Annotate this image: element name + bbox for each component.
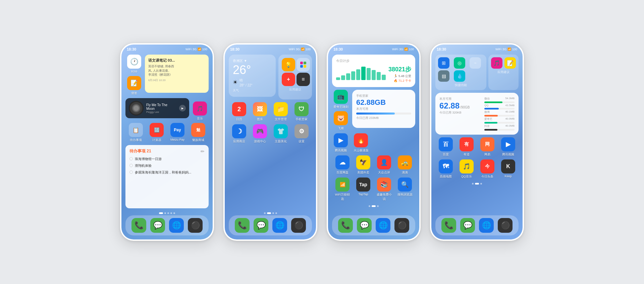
- app-clock[interactable]: 🕐 时钟: [125, 55, 143, 74]
- quick-functions-widget[interactable]: ⊞ ◎ − ▤ 💧 快捷功能: [435, 55, 486, 90]
- dock-msg-3[interactable]: 💬: [357, 218, 372, 233]
- dock-browser-1[interactable]: 🌐: [169, 218, 184, 233]
- app-baidupan[interactable]: ☁ 百度网盘: [334, 155, 351, 175]
- app-themes[interactable]: 👕 主题美化: [272, 124, 289, 144]
- app-novel[interactable]: 📚 盛趣免费小说: [375, 178, 393, 201]
- dock-camera-1[interactable]: ⚫: [188, 218, 203, 233]
- qf-5[interactable]: 💧: [454, 70, 465, 82]
- todo-item-2: 滑翔机体验: [129, 163, 205, 168]
- app-wangyi[interactable]: 网 网易: [479, 137, 496, 157]
- status-icons-1: WiFi3G📶 100: [185, 48, 207, 51]
- apps-row3-p3: ☁ 百度网盘 🦅 美团外卖 👤 大众点评 🚕 滴滴: [332, 155, 415, 175]
- suggest-app-3[interactable]: +: [282, 73, 295, 86]
- dock-camera-2[interactable]: ⚫: [291, 218, 306, 233]
- app-wifi-key[interactable]: 📶 WiFi万能钥匙: [334, 178, 351, 201]
- page-dots-3: [332, 205, 415, 207]
- app-taptap[interactable]: Tap TapTap: [355, 178, 372, 201]
- suggest-app-1[interactable]: 💡: [282, 58, 295, 71]
- app-feicat[interactable]: 🐷 飞猪: [332, 111, 350, 131]
- app-tencent-video[interactable]: ▶ 腾讯视频: [332, 133, 350, 153]
- app-music[interactable]: 🎵 音乐: [191, 101, 209, 121]
- apps-row1-p2: 2 日历 🖼 图库 📁 文件管理 🛡 手机管家: [229, 102, 312, 122]
- app-toutiao[interactable]: 今 今日头条: [479, 159, 496, 179]
- app-meituan[interactable]: 🦅 美团外卖: [355, 155, 372, 175]
- dock-2: 📞 💬 🌐 ⚫: [229, 215, 312, 235]
- app-calendar[interactable]: 2 日历: [230, 102, 248, 122]
- phone-1: 18:30 WiFi3G📶 100 🕐 时钟 📝: [120, 43, 214, 241]
- dock-1: 📞 💬 🌐 ⚫: [125, 215, 209, 235]
- qf-3[interactable]: −: [470, 57, 481, 69]
- app-pay[interactable]: Pay Meizu Pay: [169, 123, 186, 142]
- time-1: 18:30: [127, 47, 136, 51]
- app-note-top[interactable]: 📝 便签: [125, 76, 143, 95]
- app-gallery[interactable]: 🖼 图库: [251, 102, 269, 122]
- apps-row2-p4: 🗺 高德地图 🎵 QQ音乐 今 今日头条 K Keep: [435, 159, 519, 179]
- dock-phone-3[interactable]: 📞: [338, 218, 353, 233]
- app-recommend-widget[interactable]: 🎵 📝 应用建议: [488, 55, 519, 90]
- app-calc[interactable]: 🔢 计算器: [148, 123, 165, 142]
- app-todo[interactable]: 📋 待办事项: [127, 123, 145, 142]
- app-store[interactable]: ☽ 应用商店: [230, 124, 248, 144]
- dock-msg-1[interactable]: 💬: [150, 218, 165, 233]
- data-usage-widget[interactable]: 手机管家 62.88GB 本月可用 今日已用 233MB: [352, 90, 415, 128]
- todo-item-1: 珠海博物馆一日游: [129, 157, 205, 161]
- app-security[interactable]: 🛡 手机管家: [293, 102, 310, 122]
- dock-4: 📞 💬 🌐 ⚫: [435, 215, 519, 235]
- weather-widget[interactable]: 香洲区 ▼ 26° ☀ 晴 28° / 22° 天气: [229, 55, 276, 97]
- dock-phone-4[interactable]: 📞: [441, 218, 456, 233]
- app-tencent-v2[interactable]: ▶ 腾讯视频: [499, 137, 517, 157]
- app-dianping[interactable]: 👤 大众点评: [375, 155, 393, 175]
- todo-item-3: 参观珠海长隆海洋王国，和爸爸妈妈...: [129, 170, 205, 175]
- app-amap[interactable]: 🗺 高德地图: [437, 159, 454, 179]
- phone-3: 18:30 WiFi3G📶 100 今日计步: [327, 43, 421, 241]
- dock-browser-4[interactable]: 🌐: [479, 218, 494, 233]
- status-bar-3: 18:30 WiFi3G📶 100: [328, 45, 419, 53]
- app-iqiyi[interactable]: 📺 爱奇艺随刻: [332, 90, 350, 109]
- status-bar-1: 18:30 WiFi3G📶 100: [121, 45, 213, 53]
- app-didi[interactable]: 🚕 滴滴: [396, 155, 414, 175]
- app-volcano[interactable]: 🔥 火山极速版: [352, 133, 370, 153]
- apps-row1-p4: 百 百度 有 有道 网 网易 ▶ 腾讯视频: [435, 137, 519, 157]
- app-shop[interactable]: 魅 魅族商城: [190, 123, 207, 142]
- suggest-app-4[interactable]: ≡: [297, 73, 310, 86]
- dock-camera-4[interactable]: ⚫: [498, 218, 513, 233]
- app-suggest-widget[interactable]: 💡 + ≡: [278, 55, 312, 99]
- dock-msg-4[interactable]: 💬: [460, 218, 475, 233]
- dock-phone-2[interactable]: 📞: [235, 218, 250, 233]
- dock-browser-3[interactable]: 🌐: [376, 218, 390, 233]
- apps-row4-p3: 📶 WiFi万能钥匙 Tap TapTap 📚 盛趣免费小说 🔍 搜狗浏览器: [332, 178, 415, 201]
- app-sogou[interactable]: 🔍 搜狗浏览器: [396, 178, 414, 201]
- music-widget[interactable]: Fly Me To The Moon Peggy Lee ▶: [125, 98, 189, 118]
- dock-msg-2[interactable]: 💬: [254, 218, 268, 233]
- phones-container: 18:30 WiFi3G📶 100 🕐 时钟 📝: [120, 43, 524, 241]
- app-keep[interactable]: K Keep: [499, 159, 517, 179]
- traffic-widget[interactable]: 本月可用 62.88 /90GB 今日已用 320KB 微信54.3MB: [435, 93, 519, 135]
- apps-row2-p2: ☽ 应用商店 🎮 游戏中心 👕 主题美化 ⚙ 设置: [229, 124, 312, 144]
- qf-4[interactable]: ▤: [438, 70, 449, 82]
- status-bar-4: 18:30 WiFi3G📶 100: [431, 45, 523, 53]
- music-art: [129, 101, 144, 116]
- qf-2[interactable]: ◎: [454, 57, 465, 69]
- steps-widget[interactable]: 今日计步: [332, 55, 415, 87]
- page-dots-2: [229, 212, 312, 214]
- app-settings[interactable]: ⚙ 设置: [293, 124, 310, 144]
- suggest-app-2[interactable]: [297, 58, 310, 71]
- dock-browser-2[interactable]: 🌐: [272, 218, 287, 233]
- app-youdao[interactable]: 有 有道: [458, 137, 475, 157]
- app-qqmusic[interactable]: 🎵 QQ音乐: [458, 159, 475, 179]
- rec-2[interactable]: 📝: [504, 57, 516, 69]
- dock-phone-1[interactable]: 📞: [131, 218, 146, 233]
- status-bar-2: 18:30 WiFi3G📶 100: [225, 45, 316, 53]
- todo-widget[interactable]: 待办事项 21 ✏ 珠海博物馆一日游 滑翔机体验 参观珠海长隆海洋王: [125, 145, 209, 208]
- qf-1[interactable]: ⊞: [438, 57, 449, 69]
- music-play-btn[interactable]: ▶: [179, 105, 186, 112]
- note-widget[interactable]: 语文课笔记 03... 英语不锁键, 用春西风, 人比番花瘦。李清照《醉花阴》 …: [145, 55, 209, 93]
- page-dots-1: [125, 212, 209, 214]
- phone-2: 18:30 WiFi3G📶 100 香洲区 ▼ 26° ☀ 晴: [223, 43, 317, 241]
- dock-camera-3[interactable]: ⚫: [394, 218, 409, 233]
- dock-3: 📞 💬 🌐 ⚫: [332, 215, 415, 235]
- app-files[interactable]: 📁 文件管理: [272, 102, 289, 122]
- app-baidu[interactable]: 百 百度: [437, 137, 454, 157]
- app-games[interactable]: 🎮 游戏中心: [251, 124, 269, 144]
- rec-1[interactable]: 🎵: [491, 57, 502, 69]
